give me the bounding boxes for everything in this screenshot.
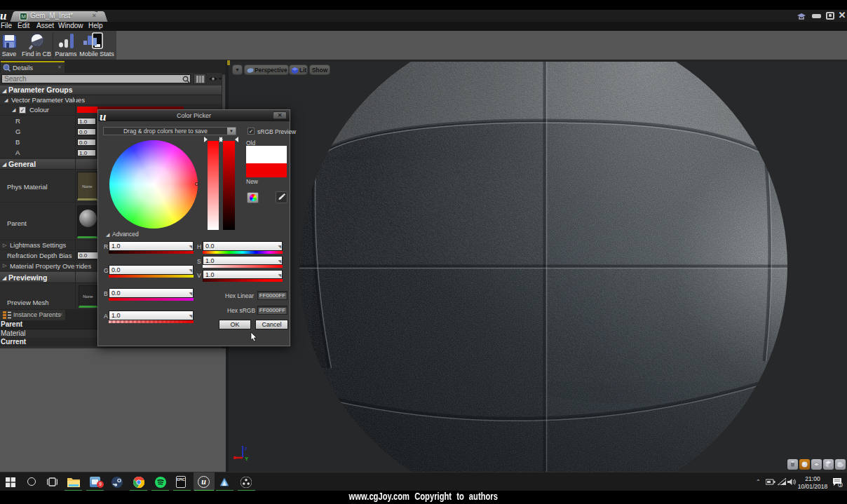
svg-text:Y: Y [245,456,249,462]
svg-text:Z: Z [245,447,248,451]
